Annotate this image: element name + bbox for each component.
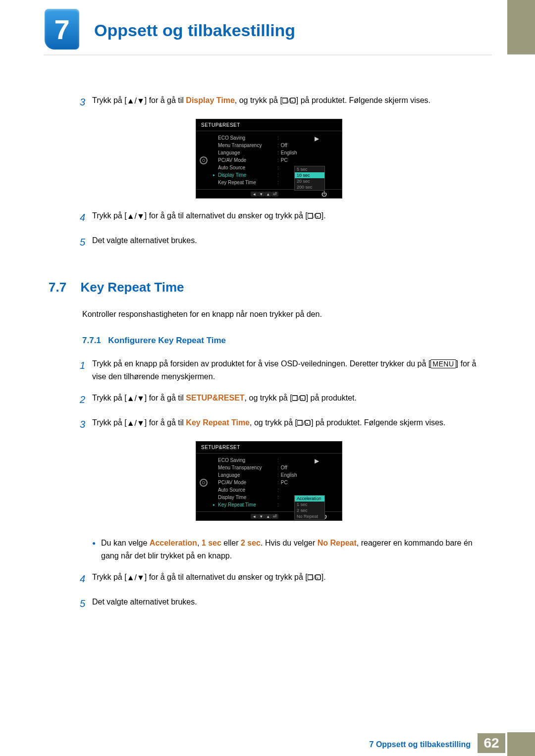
text: ] for å gå til alternativet du ønsker og… <box>145 211 308 220</box>
osd-menu-label: Auto Source <box>218 487 273 493</box>
osd-menu-item: Menu Transparency <box>211 464 275 471</box>
osd-menu-label: Auto Source <box>218 165 273 170</box>
osd-value: :PC <box>275 479 310 486</box>
text: ] for å gå til <box>145 418 186 427</box>
osd-menu-item: ECO Saving <box>211 134 275 142</box>
osd-menu-label: Language <box>218 472 273 478</box>
osd-nav-icon: ◂ <box>251 192 258 197</box>
osd-menu-label: ECO Saving <box>218 457 273 463</box>
up-down-icon: ▲/▼ <box>127 210 145 223</box>
osd-popup: Acceleration1 sec2 secNo Repeat <box>294 495 325 520</box>
text: Du kan velge <box>101 539 150 547</box>
step-number: 5 <box>49 596 92 611</box>
gear-icon <box>200 156 208 164</box>
text: Trykk på [ <box>92 418 127 427</box>
chapter-title: Oppsett og tilbakestilling <box>94 21 295 40</box>
power-icon: ⏻ <box>321 191 327 197</box>
enter-icon: / <box>282 95 296 107</box>
step-row: 1 Trykk på en knapp på forsiden av produ… <box>49 357 489 383</box>
text: , og trykk på [ <box>250 418 297 427</box>
osd-popup-option: 5 sec <box>295 166 324 172</box>
text: ] for å gå til <box>145 394 186 402</box>
step-number: 3 <box>49 94 92 110</box>
osd-menu-item: PC/AV Mode <box>211 479 275 486</box>
osd-menu-item: PC/AV Mode <box>211 156 275 164</box>
text: ] for å gå til alternativet du ønsker og… <box>145 573 308 581</box>
svg-rect-0 <box>282 98 287 103</box>
gear-icon <box>200 479 208 487</box>
osd-popup-option: 1 sec <box>295 502 324 507</box>
accent-text: No Repeat <box>318 539 357 547</box>
text: , <box>197 539 202 547</box>
osd-sidebar <box>196 131 211 189</box>
osd-menu-item: Menu Transparency <box>211 142 275 149</box>
osd-menu-item: ▸Key Repeat Time <box>211 501 275 508</box>
osd-value: : <box>275 134 310 142</box>
osd-popup: 5 sec10 sec20 sec200 sec <box>294 166 325 191</box>
osd-screenshot: SETUP&RESETECO SavingMenu TransparencyLa… <box>196 441 342 521</box>
up-down-icon: ▲/▼ <box>127 571 145 584</box>
marker-icon: ▸ <box>213 503 218 507</box>
bullet-dot-icon: ● <box>92 537 101 562</box>
bullet: ● Du kan velge Acceleration, 1 sec eller… <box>92 537 489 562</box>
section-title: Key Repeat Time <box>80 280 184 295</box>
text: ] på produktet. <box>306 394 357 402</box>
svg-rect-6 <box>292 396 297 401</box>
step-text: Trykk på [▲/▼] for å gå til Display Time… <box>92 94 489 110</box>
accent-text: 1 sec <box>202 539 221 547</box>
text: Trykk på [ <box>92 573 127 581</box>
osd-menu-label: Display Time <box>218 495 273 500</box>
step-row: 4 Trykk på [▲/▼] for å gå til alternativ… <box>49 571 489 587</box>
step-number: 4 <box>49 571 92 587</box>
step-row: 2 Trykk på [▲/▼] for å gå til SETUP&RESE… <box>49 392 489 407</box>
footer-page-number: 62 <box>478 733 505 753</box>
osd-nav-icon: ▴ <box>265 192 271 197</box>
osd-menu-item: Language <box>211 471 275 479</box>
marker-icon: ▸ <box>213 173 218 177</box>
osd-menu-item: ECO Saving <box>211 456 275 464</box>
menu-key-icon: MENU <box>430 359 456 368</box>
osd-menu: ECO SavingMenu TransparencyLanguagePC/AV… <box>211 454 275 511</box>
svg-rect-12 <box>308 575 313 580</box>
text: Trykk på [ <box>92 211 127 220</box>
step-text: Det valgte alternativet brukes. <box>92 596 489 611</box>
osd-value: :English <box>275 471 310 479</box>
step-text: Trykk på [▲/▼] for å gå til SETUP&RESET,… <box>92 392 489 407</box>
osd-nav-icon: ⏎ <box>271 192 278 197</box>
osd-nav-icon: ▾ <box>258 192 265 197</box>
text: ] på produktet. Følgende skjerm vises. <box>311 418 445 427</box>
accent-text: Display Time <box>186 96 234 104</box>
step-row: ● Du kan velge Acceleration, 1 sec eller… <box>49 532 489 562</box>
step-row: 4 Trykk på [▲/▼] for å gå til alternativ… <box>49 209 489 225</box>
header-rule <box>44 54 492 55</box>
accent-text: 2 sec <box>241 539 261 547</box>
osd-value: :Off <box>275 142 310 149</box>
osd-value: :PC <box>275 156 310 164</box>
osd-sidebar <box>196 454 211 511</box>
text: Trykk på [ <box>92 394 127 402</box>
osd-menu-label: Menu Transparency <box>218 465 273 470</box>
step-row: 5 Det valgte alternativet brukes. <box>49 596 489 611</box>
step-number: 5 <box>49 234 92 250</box>
text: ] for å gå til <box>145 96 186 104</box>
osd-menu-label: Menu Transparency <box>218 143 273 148</box>
osd-menu-item: Display Time <box>211 494 275 501</box>
step-number: 2 <box>49 392 92 407</box>
osd-popup-option: No Repeat <box>295 513 324 519</box>
svg-rect-8 <box>300 396 305 401</box>
step-text: Trykk på en knapp på forsiden av produkt… <box>92 357 489 383</box>
osd-menu-item: ▸Display Time <box>211 171 275 179</box>
osd-nav-icon: ▴ <box>265 514 271 519</box>
enter-icon: / <box>308 571 321 584</box>
osd-menu-label: Language <box>218 150 273 155</box>
text: ]. <box>321 211 326 220</box>
osd-popup-option: 2 sec <box>295 507 324 513</box>
text: Trykk på en knapp på forsiden av produkt… <box>92 359 430 368</box>
section-description: Kontroller responshastigheten for en kna… <box>82 310 489 319</box>
osd-popup-option: Acceleration <box>295 496 324 502</box>
up-down-icon: ▲/▼ <box>127 417 145 430</box>
section-number: 7.7 <box>49 280 78 295</box>
enter-icon: / <box>297 417 311 430</box>
osd-popup-option: 20 sec <box>295 178 324 184</box>
decor-band-top <box>507 0 535 54</box>
